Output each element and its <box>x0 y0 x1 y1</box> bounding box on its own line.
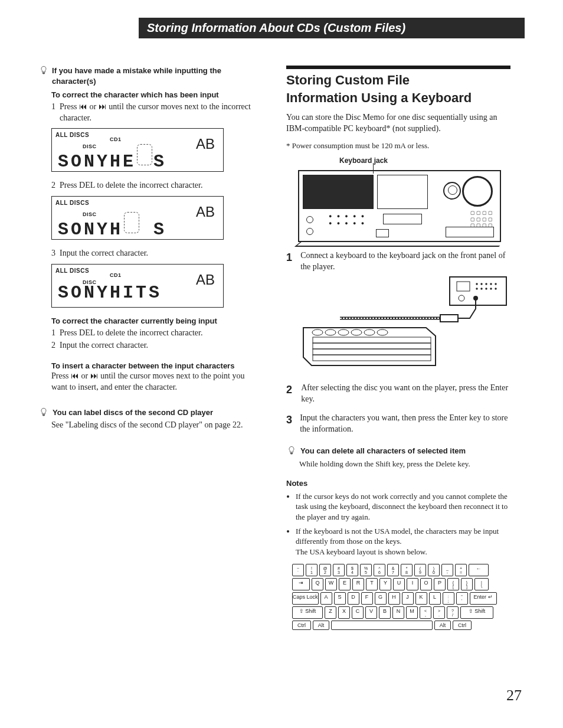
svg-point-6 <box>495 283 496 285</box>
tip-second-player-body: See "Labeling discs of the second CD pla… <box>51 420 257 431</box>
keyboard-key <box>331 621 433 630</box>
keyboard-key: P <box>434 578 446 590</box>
svg-point-5 <box>490 283 492 285</box>
keyboard-key: ← <box>469 564 489 576</box>
tip-second-player-heading: You can label discs of the second CD pla… <box>53 407 213 418</box>
note-2: If the keyboard is not the USA model, th… <box>296 526 510 557</box>
keyboard-key: Alt <box>434 621 451 630</box>
step-number-2: 2 <box>286 383 294 397</box>
keyboard-key: ⇥ <box>292 578 310 590</box>
keyboard-key: ^6 <box>374 564 385 576</box>
tip-icon <box>38 66 48 79</box>
lcd-display-2: ALL DISCS DISC AB SONYH S <box>51 196 224 240</box>
tip-mistake-heading: If you have made a mistake while inputti… <box>52 66 257 86</box>
keyboard-row-2: ⇥QWERTYUIOP{[}]|\ <box>292 578 505 590</box>
keyboard-key: X <box>338 606 350 619</box>
keyboard-key: )0 <box>428 564 440 576</box>
note-1: If the cursor keys do not work correctly… <box>296 491 510 523</box>
svg-point-7 <box>476 288 477 289</box>
keyboard-key: O <box>420 578 432 590</box>
left-column: If you have made a mistake while inputti… <box>38 66 257 632</box>
keyboard-row-5: CtrlAlt AltCtrl <box>292 621 505 630</box>
keyboard-key: $4 <box>346 564 358 576</box>
keyboard-jack-label: Keyboard jack <box>339 156 510 165</box>
keyboard-key: <, <box>420 606 431 619</box>
keyboard-key: Y <box>379 578 391 590</box>
notes-heading: Notes <box>286 478 510 489</box>
keyboard-key: E <box>339 578 351 590</box>
intro-text: You can store the Disc Memo for one disc… <box>286 112 510 135</box>
tip-icon <box>38 407 49 420</box>
keyboard-key: L <box>429 592 441 605</box>
svg-point-9 <box>485 288 487 289</box>
keyboard-key: Alt <box>313 621 329 630</box>
keyboard-key: %5 <box>360 564 372 576</box>
section-bar <box>286 66 510 69</box>
correct-step-1: 1 Press ⏮ or ⏭ until the cursor moves ne… <box>51 102 257 124</box>
keyboard-key: }] <box>461 578 473 590</box>
section-title: Storing Custom File Information Using a … <box>286 71 510 106</box>
keyboard-key: >. <box>433 606 445 619</box>
keyboard-key: V <box>365 606 377 619</box>
keyboard-key: |\ <box>474 578 489 590</box>
lcd-display-1: ALL DISCS CD1 DISC AB SONYHES <box>51 128 224 172</box>
lcd-display-3: ALL DISCS CD1 DISC AB SONYHITS <box>51 264 224 308</box>
step-number-3: 3 <box>286 413 293 427</box>
keyboard-key: Ctrl <box>453 621 472 630</box>
keyboard-layout-diagram: ~`!1@2#3$4%5^6&7*8(9)0_-+=← ⇥QWERTYUIOP{… <box>292 564 505 630</box>
svg-point-2 <box>476 283 477 285</box>
keyboard-key: (9 <box>414 564 426 576</box>
tip-delete-heading: You can delete all characters of selecte… <box>300 446 466 456</box>
keyboard-key: I <box>407 578 418 590</box>
keyboard-key: R <box>352 578 364 590</box>
keyboard-connection-diagram <box>298 273 512 374</box>
keyboard-key: @2 <box>319 564 331 576</box>
correct-step-3: 3 Input the correct character. <box>51 248 257 259</box>
keyboard-key: K <box>415 592 427 605</box>
keyboard-key: U <box>393 578 405 590</box>
keyboard-key: &7 <box>387 564 399 576</box>
keyboard-key: ?/ <box>447 606 459 619</box>
svg-rect-13 <box>440 315 458 322</box>
keyboard-key: J <box>402 592 414 605</box>
tip-icon <box>286 446 297 459</box>
keyboard-key: N <box>392 606 404 619</box>
step-3-text: Input the characters you want, then pres… <box>300 413 510 435</box>
step-2-text: After selecting the disc you want on the… <box>301 383 510 405</box>
svg-point-4 <box>485 283 487 285</box>
insert-body: Press ⏮ or ⏭ until the cursor moves next… <box>51 371 257 393</box>
keyboard-row-3: Caps LockASDFGHJKL:;"'Enter ↵ <box>292 592 505 605</box>
keyboard-key: += <box>455 564 467 576</box>
svg-point-10 <box>490 288 492 289</box>
page-number: 27 <box>506 687 522 704</box>
tip-delete-body: While holding down the Shift key, press … <box>299 459 510 469</box>
correct-step-2: 2 Press DEL to delete the incorrect char… <box>51 180 257 191</box>
keyboard-key: "' <box>456 592 468 605</box>
keyboard-key: :; <box>443 592 454 605</box>
currently-step-2: 2 Input the correct character. <box>51 340 257 351</box>
keyboard-key: H <box>388 592 400 605</box>
keyboard-key: S <box>334 592 346 605</box>
keyboard-key: Caps Lock <box>292 592 319 605</box>
player-diagram: ● ● ● ● ●● ● ● ● ● ▢▢▢▢▢▢▢▢▢▢▢▢ <box>298 170 501 242</box>
right-column: Storing Custom File Information Using a … <box>286 66 510 632</box>
keyboard-key: M <box>406 606 418 619</box>
keyboard-key: ~` <box>292 564 304 576</box>
correct-input-heading: To correct the character which has been … <box>51 90 257 100</box>
keyboard-key: W <box>325 578 337 590</box>
keyboard-key: _- <box>441 564 453 576</box>
notes-list: If the cursor keys do not work correctly… <box>286 491 510 557</box>
svg-point-14 <box>473 296 478 301</box>
keyboard-key: *8 <box>401 564 413 576</box>
page-header: Storing Information About CDs (Custom Fi… <box>139 18 525 38</box>
svg-point-3 <box>480 283 482 285</box>
keyboard-key: T <box>366 578 378 590</box>
insert-heading: To insert a character between the input … <box>51 361 257 371</box>
keyboard-key: ⇧ Shift <box>292 606 323 619</box>
keyboard-row-4: ⇧ ShiftZXCVBNM<,>.?/⇧ Shift <box>292 606 505 619</box>
currently-heading: To correct the character currently being… <box>51 316 257 327</box>
keyboard-key: Z <box>325 606 336 619</box>
keyboard-key: !1 <box>306 564 317 576</box>
keyboard-key: ⇧ Shift <box>460 606 493 619</box>
keyboard-key: Enter ↵ <box>470 592 497 605</box>
